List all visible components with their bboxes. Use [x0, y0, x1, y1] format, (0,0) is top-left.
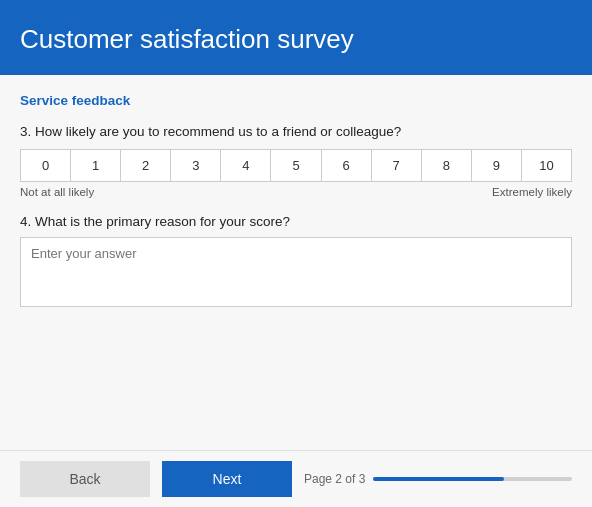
question-4-body: What is the primary reason for your scor… [35, 214, 290, 229]
survey-title: Customer satisfaction survey [20, 24, 572, 55]
scale-cell-4[interactable]: 4 [221, 150, 271, 181]
survey-content: Service feedback 3. How likely are you t… [0, 75, 592, 450]
scale-cell-9[interactable]: 9 [472, 150, 522, 181]
survey-footer: Back Next Page 2 of 3 [0, 450, 592, 507]
scale-cell-5[interactable]: 5 [271, 150, 321, 181]
section-label: Service feedback [20, 93, 572, 108]
scale-label-left: Not at all likely [20, 186, 94, 198]
survey-container: Customer satisfaction survey Service fee… [0, 0, 592, 507]
page-text: Page 2 of 3 [304, 472, 365, 486]
scale-cell-10[interactable]: 10 [522, 150, 571, 181]
scale-cell-1[interactable]: 1 [71, 150, 121, 181]
question-4-number: 4. [20, 214, 31, 229]
back-button[interactable]: Back [20, 461, 150, 497]
scale-cell-2[interactable]: 2 [121, 150, 171, 181]
scale-labels: Not at all likely Extremely likely [20, 186, 572, 198]
scale-cell-3[interactable]: 3 [171, 150, 221, 181]
survey-header: Customer satisfaction survey [0, 0, 592, 75]
question-3-number: 3. [20, 124, 31, 139]
scale-cell-8[interactable]: 8 [422, 150, 472, 181]
page-indicator: Page 2 of 3 [304, 472, 572, 486]
scale-cell-6[interactable]: 6 [322, 150, 372, 181]
scale-row: 0 1 2 3 4 5 6 7 8 9 10 [21, 150, 571, 181]
scale-cell-7[interactable]: 7 [372, 150, 422, 181]
progress-bar-background [373, 477, 572, 481]
answer-input[interactable] [20, 237, 572, 307]
progress-bar-fill [373, 477, 504, 481]
question-4-text: 4. What is the primary reason for your s… [20, 214, 572, 229]
scale-label-right: Extremely likely [492, 186, 572, 198]
question-3-text: 3. How likely are you to recommend us to… [20, 124, 572, 139]
next-button[interactable]: Next [162, 461, 292, 497]
likert-scale: 0 1 2 3 4 5 6 7 8 9 10 [20, 149, 572, 182]
scale-cell-0[interactable]: 0 [21, 150, 71, 181]
question-3-body: How likely are you to recommend us to a … [35, 124, 401, 139]
